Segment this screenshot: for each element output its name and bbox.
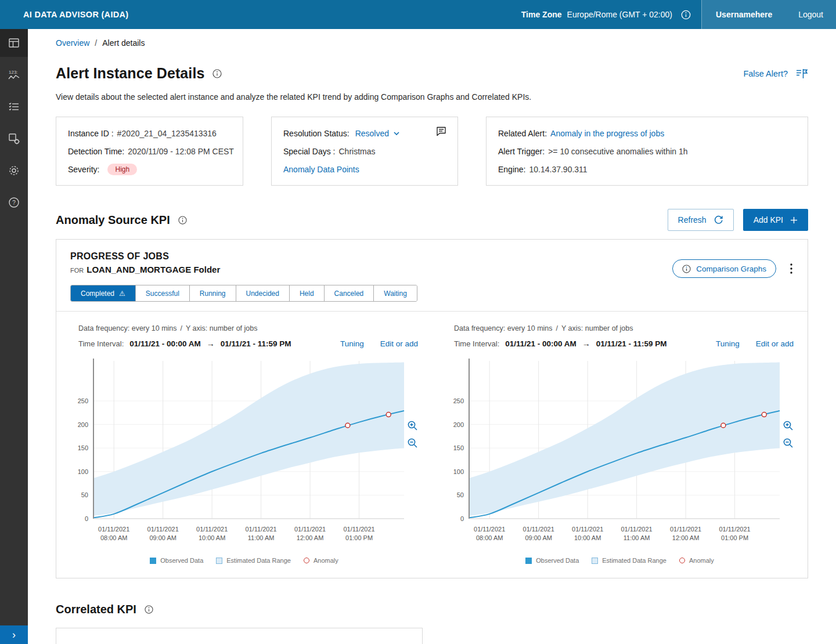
time-interval-from: 01/11/21 - 00:00 AM: [129, 339, 201, 348]
breadcrumb: Overview / Alert details: [56, 38, 808, 48]
sidebar-item-help[interactable]: ?: [0, 189, 28, 216]
legend-anomaly[interactable]: Anomaly: [304, 557, 338, 564]
anomaly-swatch-icon: [679, 558, 685, 563]
tab-held[interactable]: Held: [289, 285, 324, 301]
resolution-status-label: Resolution Status:: [283, 129, 349, 138]
overflow-menu-icon[interactable]: [789, 262, 794, 275]
kpi-for-label: FOR: [70, 267, 84, 274]
svg-text:10:00 AM: 10:00 AM: [199, 534, 225, 541]
legend-estimated-range[interactable]: Estimated Data Range: [592, 557, 666, 564]
svg-text:50: 50: [81, 491, 88, 498]
timezone: Time Zone Europe/Rome (GMT + 02:00): [521, 10, 691, 20]
kpi-status-tabs: Completed⚠SuccessfulRunningUndecidedHeld…: [70, 285, 417, 302]
svg-text:01/11/2021: 01/11/2021: [245, 526, 276, 533]
related-alert-link[interactable]: Anomaly in the progress of jobs: [550, 129, 664, 138]
svg-text:150: 150: [78, 444, 88, 451]
logout-button[interactable]: Logout: [798, 10, 823, 19]
user-area: Usernamehere Logout: [701, 0, 836, 29]
breadcrumb-overview[interactable]: Overview: [56, 38, 89, 48]
chevron-right-icon: ›: [12, 629, 16, 640]
legend-anomaly-label: Anomaly: [314, 557, 338, 564]
time-interval-from: 01/11/21 - 00:00 AM: [505, 339, 576, 348]
svg-text:123:: 123:: [9, 70, 18, 75]
kpi-trend-chart[interactable]: 05010015020025001/11/202108:00 AM01/11/2…: [70, 357, 405, 550]
sidebar-item-settings[interactable]: [0, 157, 28, 184]
zoom-out-icon[interactable]: [783, 437, 794, 448]
svg-text:10:00 AM: 10:00 AM: [574, 534, 601, 541]
timezone-info-icon[interactable]: [681, 10, 691, 20]
refresh-icon: [714, 215, 723, 225]
zoom-in-icon[interactable]: [407, 420, 418, 431]
svg-text:100: 100: [453, 468, 464, 475]
svg-text:0: 0: [85, 515, 88, 522]
legend-observed[interactable]: Observed Data: [150, 557, 203, 564]
svg-text:01/11/2021: 01/11/2021: [474, 526, 505, 533]
edit-or-add-link[interactable]: Edit or add: [756, 339, 794, 348]
false-alert-action[interactable]: False Alert?: [743, 68, 808, 79]
time-interval-to: 01/11/21 - 11:59 PM: [221, 339, 291, 348]
tab-canceled[interactable]: Canceled: [324, 285, 374, 301]
sidebar-item-alerts[interactable]: [0, 93, 28, 121]
kpi-trend-chart-comparison[interactable]: 05010015020025001/11/202108:00 AM01/11/2…: [446, 357, 781, 550]
svg-text:12:00 AM: 12:00 AM: [672, 534, 699, 541]
resolution-status-select[interactable]: Resolved: [355, 129, 399, 138]
legend-estimated-label: Estimated Data Range: [226, 557, 291, 564]
correlated-kpi-card: [56, 628, 423, 644]
svg-text:100: 100: [78, 468, 88, 475]
tab-successful[interactable]: Successful: [135, 285, 189, 301]
kpi-chart-panel: Data frequency: every 10 mins/Y axis: nu…: [70, 324, 418, 564]
instance-id-value: #2020_21_04_1235413316: [117, 129, 217, 138]
anomaly-source-kpi-card: PROGRESS OF JOBS FORLOAN_AND_MORTGAGE Fo…: [56, 239, 808, 578]
page-title: Alert Instance Details: [56, 65, 204, 82]
svg-text:08:00 AM: 08:00 AM: [476, 534, 503, 541]
detection-time-label: Detection Time:: [68, 147, 124, 156]
svg-text:200: 200: [453, 421, 464, 428]
legend-anomaly[interactable]: Anomaly: [679, 557, 714, 564]
svg-text:01:00 PM: 01:00 PM: [345, 534, 373, 541]
plus-icon: [790, 216, 798, 224]
chart-legend: Observed Data Estimated Data Range Anoma…: [446, 557, 794, 564]
breadcrumb-separator: /: [95, 38, 97, 48]
sidebar-item-kpi-configuration[interactable]: [0, 125, 28, 153]
tab-undecided[interactable]: Undecided: [236, 285, 289, 301]
engine-label: Engine:: [498, 165, 525, 174]
page-title-info-icon[interactable]: [212, 69, 222, 78]
false-alert-label: False Alert?: [743, 69, 788, 78]
refresh-button[interactable]: Refresh: [668, 209, 734, 231]
edit-or-add-link[interactable]: Edit or add: [380, 339, 418, 348]
instance-id-label: Instance ID :: [68, 129, 114, 138]
sidebar-item-kpi-predictions[interactable]: 123:: [0, 61, 28, 89]
detection-time-value: 2020/11/09 - 12:08 PM CEST: [128, 147, 234, 156]
username[interactable]: Usernamehere: [716, 10, 772, 19]
tab-running[interactable]: Running: [189, 285, 236, 301]
svg-text:09:00 AM: 09:00 AM: [149, 534, 176, 541]
zoom-in-icon[interactable]: [783, 420, 794, 431]
svg-text:01/11/2021: 01/11/2021: [719, 526, 750, 533]
anomaly-data-points-link[interactable]: Anomaly Data Points: [283, 165, 359, 174]
svg-text:01:00 PM: 01:00 PM: [721, 534, 748, 541]
comparison-graphs-button[interactable]: Comparison Graphs: [672, 259, 776, 278]
svg-text:150: 150: [453, 444, 464, 451]
tab-label: Successful: [146, 290, 179, 298]
zoom-out-icon[interactable]: [407, 437, 418, 448]
feedback-icon[interactable]: [435, 125, 447, 137]
anomaly-source-kpi-title: Anomaly Source KPI: [56, 214, 170, 227]
legend-estimated-range[interactable]: Estimated Data Range: [216, 557, 291, 564]
legend-observed[interactable]: Observed Data: [525, 557, 579, 564]
refresh-label: Refresh: [678, 215, 707, 225]
tuning-link[interactable]: Tuning: [716, 339, 740, 348]
tab-completed[interactable]: Completed⚠: [71, 285, 135, 301]
add-kpi-button[interactable]: Add KPI: [743, 209, 808, 231]
tab-label: Held: [300, 290, 314, 298]
anomaly-source-kpi-info-icon[interactable]: [178, 216, 187, 225]
tab-waiting[interactable]: Waiting: [373, 285, 417, 301]
sidebar-expand-button[interactable]: ›: [0, 625, 28, 644]
special-days-value: Christmas: [338, 147, 375, 156]
tuning-link[interactable]: Tuning: [340, 339, 364, 348]
correlated-kpi-info-icon[interactable]: [145, 605, 153, 614]
timezone-value: Europe/Rome (GMT + 02:00): [567, 10, 672, 19]
tab-label: Canceled: [334, 290, 364, 298]
sidebar-item-overview[interactable]: [0, 29, 28, 57]
svg-text:01/11/2021: 01/11/2021: [670, 526, 701, 533]
warning-icon: ⚠: [119, 290, 125, 298]
